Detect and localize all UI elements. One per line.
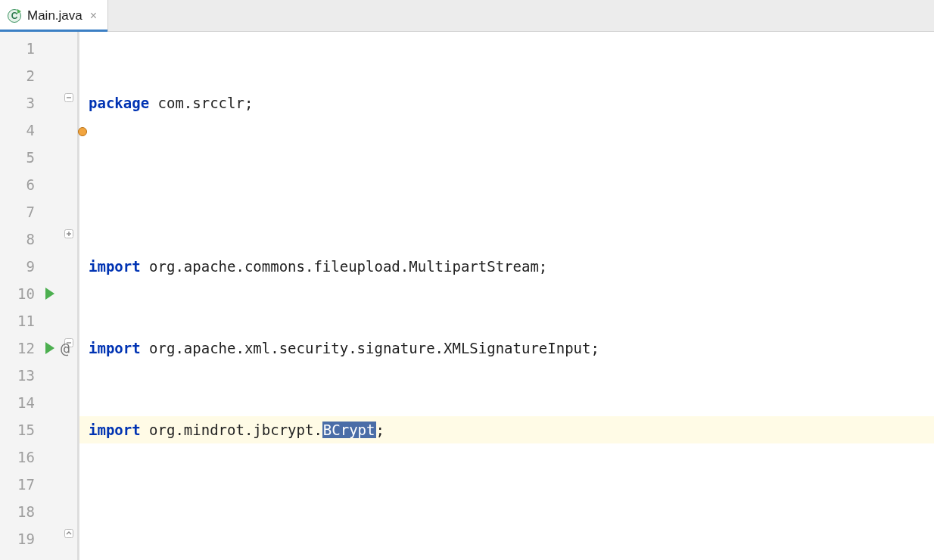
code-line[interactable]: package com.srcclr; (89, 89, 934, 117)
line-number: 3 (0, 89, 79, 117)
line-number: 18 (0, 498, 79, 525)
line-number: 7 (0, 198, 79, 226)
line-number: 2 (0, 62, 79, 89)
close-icon[interactable]: × (90, 10, 97, 22)
line-number: 4 (0, 117, 79, 144)
line-number: 1 (0, 35, 79, 62)
svg-text:C: C (11, 11, 18, 21)
run-icon[interactable] (45, 288, 54, 300)
line-number: 9 (0, 253, 79, 280)
code-line[interactable] (89, 498, 934, 525)
code-line[interactable]: import org.apache.commons.fileupload.Mul… (89, 253, 934, 280)
editor-tab-main-java[interactable]: C Main.java × (0, 0, 108, 31)
java-class-icon: C (8, 9, 21, 23)
line-number: 16 (0, 443, 79, 471)
code-line-current[interactable]: import org.mindrot.jbcrypt.BCrypt; (89, 416, 934, 443)
tab-filename: Main.java (27, 8, 83, 23)
run-icon[interactable] (45, 342, 54, 354)
selection: BCrypt (322, 422, 376, 438)
code-area[interactable]: package com.srcclr; import org.apache.co… (79, 32, 934, 560)
line-number: 5 (0, 144, 79, 171)
line-number: 14 (0, 389, 79, 416)
code-line[interactable]: import org.apache.xml.security.signature… (89, 334, 934, 362)
code-editor[interactable]: 1 2 3 4 5 6 7 8 9 10 11 12@ 13 14 15 16 … (0, 32, 934, 560)
line-number: 12@ (0, 334, 79, 362)
line-number: 6 (0, 171, 79, 198)
line-number: 8 (0, 226, 79, 253)
gutter: 1 2 3 4 5 6 7 8 9 10 11 12@ 13 14 15 16 … (0, 32, 79, 560)
line-number: 19 (0, 525, 79, 552)
override-icon[interactable]: @ (61, 334, 70, 362)
line-number: 13 (0, 362, 79, 389)
line-number: 10 (0, 280, 79, 307)
line-number: 15 (0, 416, 79, 443)
code-line[interactable] (89, 171, 934, 198)
tab-bar: C Main.java × (0, 0, 934, 32)
line-number: 17 (0, 471, 79, 498)
line-number: 11 (0, 307, 79, 334)
